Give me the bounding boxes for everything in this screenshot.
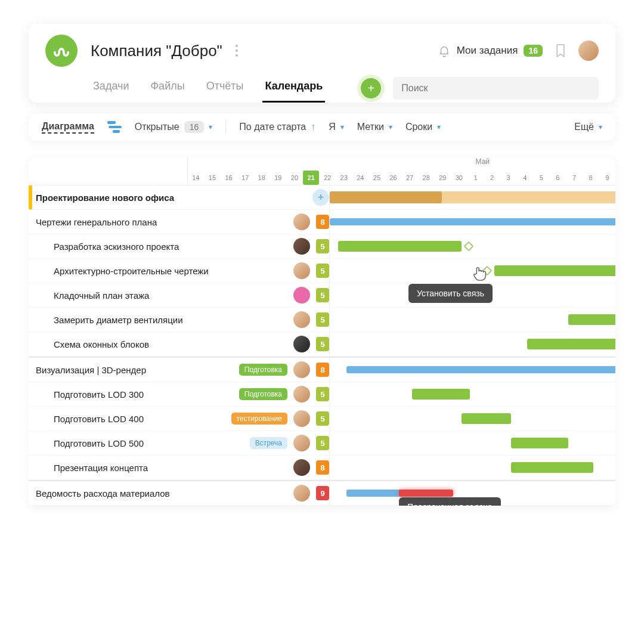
assignee-avatar[interactable]	[293, 410, 310, 427]
day-cell[interactable]: 6	[550, 171, 566, 185]
chevron-down-icon: ▾	[340, 123, 344, 131]
filter-dates[interactable]: Сроки ▾	[405, 122, 441, 132]
dependency-node[interactable]	[463, 242, 473, 252]
day-cell[interactable]: 18	[253, 171, 270, 185]
view-mode-toggle[interactable]: Диаграмма	[42, 121, 94, 134]
assignee-avatar[interactable]	[293, 213, 310, 230]
assignee-avatar[interactable]	[293, 287, 310, 304]
more-options-icon[interactable]	[231, 45, 243, 57]
gantt-bar[interactable]	[462, 413, 511, 424]
task-count-badge: 5	[316, 411, 329, 426]
day-cell[interactable]: 2	[484, 171, 500, 185]
assignee-avatar[interactable]	[293, 459, 310, 476]
day-cell[interactable]: 16	[221, 171, 237, 185]
task-row[interactable]: Чертежи генерального плана8	[29, 210, 615, 234]
day-cell[interactable]: 8	[583, 171, 599, 185]
day-cell[interactable]: 22	[319, 171, 336, 185]
gantt-bar[interactable]	[412, 389, 470, 400]
day-cell[interactable]: 4	[516, 171, 533, 185]
day-cell[interactable]: 21	[303, 171, 320, 185]
filter-bar: Диаграмма Открытые 16 ▾ По дате старта ↑…	[29, 113, 615, 141]
task-row[interactable]: Подготовить LOD 400тестирование5	[29, 407, 615, 431]
assignee-avatar[interactable]	[293, 311, 310, 328]
day-cell[interactable]: 28	[418, 171, 435, 185]
filter-tags[interactable]: Метки ▾	[357, 122, 392, 132]
gantt-bar[interactable]	[511, 438, 569, 448]
gantt-bar[interactable]	[527, 339, 615, 349]
day-cell[interactable]: 29	[434, 171, 451, 185]
task-count-badge: 5	[316, 264, 329, 278]
day-cell[interactable]: 27	[401, 171, 418, 185]
task-row[interactable]: Разработка эскизного проекта5	[29, 234, 615, 259]
add-button[interactable]: +	[361, 78, 381, 98]
app-logo[interactable]	[45, 35, 78, 67]
day-cell[interactable]: 15	[204, 171, 221, 185]
day-cell[interactable]: 24	[352, 171, 369, 185]
filter-assignee[interactable]: Я ▾	[329, 122, 344, 132]
day-cell[interactable]: 23	[336, 171, 352, 185]
chevron-down-icon: ▾	[437, 123, 441, 131]
tab-tasks[interactable]: Задачи	[91, 74, 131, 103]
task-row[interactable]: Замерить диаметр вентиляции5	[29, 308, 615, 332]
task-row[interactable]: Подготовить LOD 500Встреча5	[29, 431, 615, 456]
gantt-bar[interactable]	[330, 218, 615, 225]
day-cell[interactable]: 9	[599, 171, 615, 185]
assignee-avatar[interactable]	[293, 361, 310, 378]
assignee-avatar[interactable]	[293, 336, 310, 352]
assignee-avatar[interactable]	[293, 262, 310, 279]
gantt-bar[interactable]	[346, 366, 615, 373]
task-row[interactable]: Визуализация | 3D-рендерПодготовка8	[29, 358, 615, 382]
gantt-bar[interactable]	[399, 490, 453, 497]
day-cell[interactable]: 3	[500, 171, 517, 185]
filter-status[interactable]: Открытые 16 ▾	[135, 121, 212, 133]
open-count: 16	[184, 121, 205, 133]
search-input[interactable]	[393, 77, 599, 100]
assignee-avatar[interactable]	[293, 386, 310, 402]
task-tag: тестирование	[231, 413, 288, 425]
tab-calendar[interactable]: Календарь	[262, 74, 325, 103]
gantt-bar[interactable]	[511, 462, 593, 473]
task-row[interactable]: Ведомость расхода материалов9	[29, 481, 615, 506]
gantt-bar[interactable]	[330, 191, 442, 203]
filter-more[interactable]: Ещё ▾	[574, 122, 602, 132]
task-count-badge: 5	[316, 288, 329, 302]
day-cell[interactable]: 1	[467, 171, 484, 185]
gantt-bar[interactable]	[338, 241, 462, 252]
task-title: Архитектурно-строительные чертежи	[54, 266, 287, 276]
assignee-avatar[interactable]	[293, 435, 310, 451]
tab-files[interactable]: Файлы	[148, 74, 187, 103]
day-cell[interactable]: 20	[286, 171, 303, 185]
tab-reports[interactable]: Отчёты	[204, 74, 246, 103]
my-tasks-link[interactable]: Мои задания 16	[438, 44, 543, 58]
filter-sort[interactable]: По дате старта ↑	[239, 122, 315, 132]
task-title: Презентация концепта	[54, 463, 287, 473]
task-count-badge: 5	[316, 312, 329, 327]
day-cell[interactable]: 25	[369, 171, 385, 185]
task-row[interactable]: Архитектурно-строительные чертежи5	[29, 259, 615, 283]
task-row[interactable]: Проектирование нового офиса+	[29, 185, 615, 210]
day-cell[interactable]: 14	[188, 171, 205, 185]
gantt-bar[interactable]	[568, 314, 615, 325]
company-title: Компания "Добро"	[91, 42, 222, 60]
bookmark-icon[interactable]	[555, 43, 566, 58]
gantt-icon[interactable]	[107, 121, 122, 133]
day-cell[interactable]: 30	[451, 171, 467, 185]
task-row[interactable]: Кладочный план этажа5	[29, 283, 615, 308]
task-row[interactable]: Схема оконных блоков5	[29, 332, 615, 357]
chevron-down-icon: ▾	[389, 123, 392, 131]
day-cell[interactable]: 5	[533, 171, 550, 185]
day-cell[interactable]: 19	[270, 171, 287, 185]
task-count-badge: 8	[316, 460, 329, 475]
day-cell[interactable]: 7	[566, 171, 583, 185]
assignee-avatar[interactable]	[293, 238, 310, 255]
task-title: Кладочный план этажа	[54, 290, 287, 301]
task-row[interactable]: Подготовить LOD 300Подготовка5	[29, 382, 615, 407]
gantt-bar[interactable]	[494, 265, 615, 276]
user-avatar[interactable]	[578, 41, 599, 61]
day-cell[interactable]: 26	[385, 171, 402, 185]
task-title: Визуализация | 3D-рендер	[36, 365, 233, 375]
assignee-avatar[interactable]	[293, 485, 310, 501]
day-cell[interactable]: 17	[237, 171, 253, 185]
add-subtask-button[interactable]: +	[312, 189, 329, 206]
task-row[interactable]: Презентация концепта8	[29, 456, 615, 480]
